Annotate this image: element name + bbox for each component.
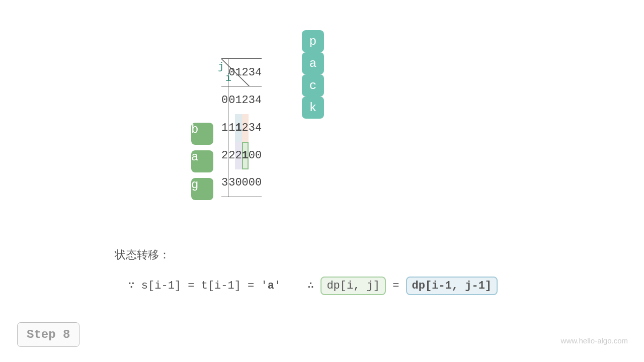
target-char-2: c <box>302 74 324 97</box>
row-hdr-2: 2 <box>221 142 228 169</box>
col-hdr-3: 3 <box>249 59 255 86</box>
explain-title: 状态转移： <box>115 247 498 262</box>
cell-3-2: 0 <box>242 169 249 197</box>
cell-3-4: 0 <box>255 169 262 197</box>
col-hdr-1: 1 <box>235 59 242 86</box>
source-char-0: b <box>191 123 213 145</box>
dp-ij-box: dp[i, j] <box>320 277 386 295</box>
source-string-chips: b a g <box>191 123 213 206</box>
cell-0-0: 0 <box>228 86 235 114</box>
row-hdr-1: 1 <box>221 114 228 142</box>
col-hdr-2: 2 <box>242 59 249 86</box>
cell-0-1: 1 <box>235 86 242 114</box>
cell-0-2: 2 <box>242 86 249 114</box>
target-string-chips: p a c k <box>302 30 330 119</box>
target-char-3: k <box>302 97 324 119</box>
cell-1-4: 4 <box>255 114 262 142</box>
cell-1-3: 3 <box>249 114 255 142</box>
step-badge: Step 8 <box>17 322 79 347</box>
dp-diag-box: dp[i-1, j-1] <box>406 277 498 295</box>
cell-2-4: 0 <box>255 142 262 169</box>
cell-2-2: 1 <box>242 142 249 169</box>
cell-1-1: 1 <box>235 114 242 142</box>
col-hdr-0: 0 <box>228 59 235 86</box>
cell-2-0: 2 <box>228 142 235 169</box>
cell-1-2: 2 <box>242 114 249 142</box>
col-hdr-4: 4 <box>255 59 262 86</box>
cell-2-3: 0 <box>249 142 255 169</box>
cell-3-0: 3 <box>228 169 235 197</box>
row-hdr-3: 3 <box>221 169 228 197</box>
target-char-0: p <box>302 30 324 52</box>
source-char-1: a <box>191 150 213 172</box>
target-char-1: a <box>302 52 324 74</box>
cell-3-1: 0 <box>235 169 242 197</box>
explain-line: ∵ s[i-1] = t[i-1] = 'a' ∴ dp[i, j] = dp[… <box>115 277 498 295</box>
cell-1-0: 1 <box>228 114 235 142</box>
cell-2-1: 2 <box>235 142 242 169</box>
source-char-2: g <box>191 178 213 200</box>
row-hdr-0: 0 <box>221 86 228 114</box>
corner-ij: j i <box>221 59 228 86</box>
state-transition-text: 状态转移： ∵ s[i-1] = t[i-1] = 'a' ∴ dp[i, j]… <box>115 247 498 295</box>
watermark: www.hello-algo.com <box>561 336 628 345</box>
cell-0-3: 3 <box>249 86 255 114</box>
axis-label-j: j <box>218 61 224 72</box>
dp-table: j i 0 1 2 3 4 0 0 1 2 3 4 1 1 1 2 3 4 2 … <box>221 58 262 197</box>
cell-0-4: 4 <box>255 86 262 114</box>
cell-3-3: 0 <box>249 169 255 197</box>
